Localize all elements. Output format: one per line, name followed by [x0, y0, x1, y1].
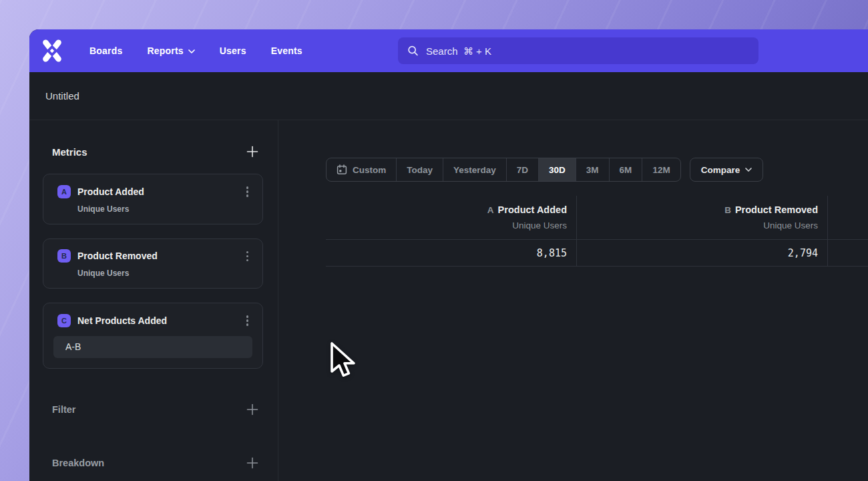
- metric-card-a[interactable]: A Product Added Unique Users: [43, 174, 263, 224]
- content: Metrics A Product Added Unique Users: [29, 120, 868, 481]
- range-label: 12M: [652, 165, 670, 175]
- range-label: 3M: [586, 165, 599, 175]
- breakdown-label: Breakdown: [52, 458, 104, 468]
- metric-card-b[interactable]: B Product Removed Unique Users: [43, 238, 263, 289]
- metric-badge: A: [57, 185, 71, 198]
- app-window: Boards Reports Users Events Un: [29, 29, 868, 481]
- results-table: AProduct Added Unique Users BProduct Rem…: [326, 196, 868, 267]
- plus-icon: [246, 146, 258, 158]
- metric-measurement[interactable]: Unique Users: [77, 269, 252, 278]
- filter-section-header: Filter: [43, 402, 263, 417]
- date-range-group: Custom Today Yesterday 7D 30D: [326, 158, 681, 182]
- mixpanel-logo-icon[interactable]: [41, 39, 63, 62]
- range-label: Yesterday: [453, 165, 496, 175]
- nav-item-label: Reports: [147, 45, 183, 56]
- range-label: Today: [407, 165, 433, 175]
- range-label: 30D: [549, 165, 566, 175]
- top-nav: Boards Reports Users Events: [29, 29, 868, 72]
- range-3m-button[interactable]: 3M: [576, 158, 610, 181]
- search-icon: [407, 45, 419, 57]
- range-today-button[interactable]: Today: [397, 158, 443, 181]
- metric-letter: B: [724, 205, 731, 215]
- doc-title[interactable]: Untitled: [45, 90, 79, 102]
- range-12m-button[interactable]: 12M: [642, 158, 680, 181]
- column-title: Product Added: [498, 204, 567, 215]
- filter-label: Filter: [52, 404, 75, 415]
- search-bar[interactable]: [398, 37, 758, 64]
- range-label: 6M: [620, 165, 632, 175]
- column-title: Product Removed: [735, 204, 818, 215]
- search-input[interactable]: [426, 45, 749, 57]
- column-subtitle: Unique Users: [326, 220, 567, 230]
- metric-value: 2,794: [577, 240, 828, 267]
- metric-badge: C: [57, 314, 71, 327]
- plus-icon: [246, 457, 258, 469]
- metric-value: 8,815: [326, 240, 577, 267]
- metric-head: A Product Added: [57, 184, 252, 199]
- metric-head: C Net Products Added: [57, 313, 252, 328]
- metric-name: Net Products Added: [77, 315, 167, 326]
- metric-letter: A: [487, 205, 494, 215]
- column-header: BProduct Removed Unique Users: [577, 196, 828, 240]
- range-7d-button[interactable]: 7D: [507, 158, 539, 181]
- doc-header: Untitled: [29, 72, 868, 120]
- nav-items: Boards Reports Users Events: [89, 45, 302, 56]
- metrics-section-header: Metrics: [43, 144, 263, 159]
- range-custom-button[interactable]: Custom: [327, 158, 397, 181]
- metric-badge: B: [57, 249, 71, 263]
- nav-item-label: Users: [220, 45, 246, 56]
- kebab-menu-icon[interactable]: [242, 184, 253, 199]
- range-30d-button[interactable]: 30D: [539, 158, 576, 181]
- nav-item-users[interactable]: Users: [220, 45, 246, 56]
- date-controls: Custom Today Yesterday 7D 30D: [326, 158, 868, 182]
- range-6m-button[interactable]: 6M: [610, 158, 643, 181]
- metric-name: Product Removed: [77, 251, 158, 261]
- nav-item-label: Events: [271, 45, 302, 56]
- add-breakdown-button[interactable]: [245, 456, 260, 470]
- metric-value-empty: [828, 240, 868, 267]
- metrics-label: Metrics: [52, 146, 87, 158]
- range-label: Custom: [353, 165, 386, 175]
- nav-item-reports[interactable]: Reports: [147, 45, 194, 56]
- metric-measurement[interactable]: Unique Users: [77, 204, 252, 214]
- metric-name: Product Added: [77, 186, 144, 197]
- compare-label: Compare: [701, 165, 740, 175]
- add-metric-button[interactable]: [245, 144, 260, 159]
- column-header: AProduct Added Unique Users: [326, 196, 577, 240]
- range-yesterday-button[interactable]: Yesterday: [443, 158, 507, 181]
- nav-item-label: Boards: [89, 45, 122, 56]
- nav-item-boards[interactable]: Boards: [89, 45, 122, 56]
- column-subtitle: Unique Users: [577, 220, 818, 230]
- metric-head: B Product Removed: [57, 249, 252, 264]
- breakdown-section-header: Breakdown: [43, 456, 263, 470]
- compare-button[interactable]: Compare: [690, 158, 764, 182]
- calendar-icon: [337, 164, 347, 175]
- kebab-menu-icon[interactable]: [242, 313, 253, 328]
- chevron-down-icon: [188, 49, 195, 53]
- nav-item-events[interactable]: Events: [271, 45, 302, 56]
- column-header-empty: [828, 196, 868, 240]
- plus-icon: [246, 404, 258, 416]
- query-sidebar: Metrics A Product Added Unique Users: [29, 120, 278, 481]
- formula-input[interactable]: [53, 336, 252, 358]
- chevron-down-icon: [745, 168, 752, 172]
- metric-card-c[interactable]: C Net Products Added: [43, 303, 263, 369]
- report-main: Custom Today Yesterday 7D 30D: [278, 120, 868, 481]
- add-filter-button[interactable]: [245, 402, 260, 417]
- range-label: 7D: [517, 165, 528, 175]
- kebab-menu-icon[interactable]: [242, 249, 253, 264]
